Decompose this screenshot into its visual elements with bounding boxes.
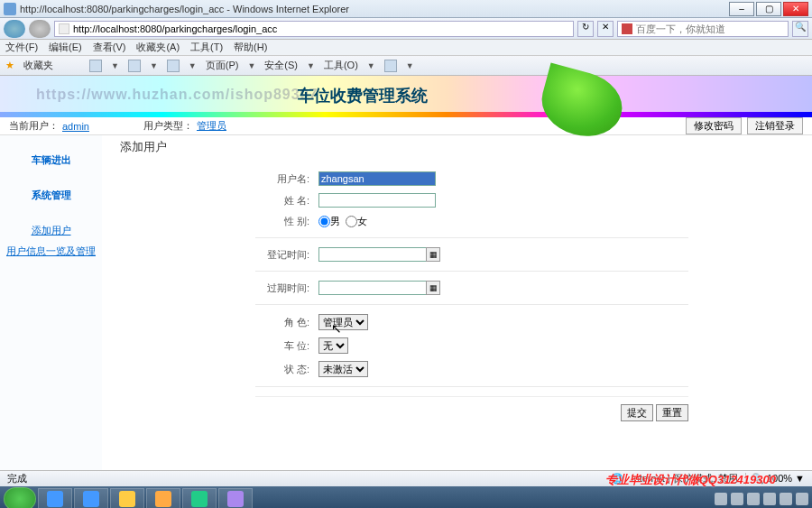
- mail-icon[interactable]: [167, 60, 180, 72]
- menu-bar: 文件(F) 编辑(E) 查看(V) 收藏夹(A) 工具(T) 帮助(H): [0, 40, 812, 56]
- sidebar-item-adduser[interactable]: 添加用户: [0, 224, 102, 237]
- form-area: 添加用户 用户名: 姓 名: 性 别: 男 女 登记: [102, 135, 812, 470]
- gender-label: 性 别:: [255, 215, 309, 228]
- search-provider-icon: [622, 23, 632, 34]
- status-text: 完成: [7, 472, 27, 485]
- search-box[interactable]: [617, 21, 789, 37]
- reset-button[interactable]: 重置: [656, 404, 688, 421]
- reg-calendar-icon[interactable]: ▦: [426, 247, 440, 262]
- ie-favicon-icon: [4, 3, 16, 15]
- sidebar-item-vehicle[interactable]: 车辆进出: [0, 153, 102, 167]
- gender-female-label: 女: [357, 215, 367, 228]
- status-select[interactable]: 未激活: [318, 361, 368, 377]
- sidebar: 车辆进出 系统管理 添加用户 用户信息一览及管理: [0, 135, 102, 470]
- address-bar[interactable]: [54, 21, 574, 37]
- favorites-label[interactable]: 收藏夹: [23, 59, 53, 72]
- current-user-link[interactable]: admin: [62, 121, 89, 132]
- gender-female-radio[interactable]: [346, 216, 357, 227]
- slot-label: 车 位:: [255, 339, 309, 353]
- reg-time-input[interactable]: [318, 247, 427, 262]
- tray-icon[interactable]: [731, 493, 743, 505]
- watermark-text: https://www.huzhan.com/ishop89397: [36, 87, 318, 103]
- window-titlebar: http://localhost:8080/parkingcharges/log…: [0, 0, 812, 18]
- tray-icon[interactable]: [715, 493, 727, 505]
- url-input[interactable]: [73, 23, 569, 34]
- info-bar: 当前用户： admin 用户类型： 管理员 修改密码 注销登录: [0, 117, 812, 135]
- slot-select[interactable]: 无: [318, 337, 348, 354]
- tray-icon[interactable]: [796, 493, 808, 505]
- window-title: http://localhost:8080/parkingcharges/log…: [20, 4, 729, 14]
- user-type-label: 用户类型：: [143, 119, 193, 133]
- taskbar-app-6[interactable]: [218, 488, 253, 508]
- browser-navbar: ↻ ✕ 🔍: [0, 18, 812, 40]
- close-button[interactable]: ✕: [783, 2, 808, 16]
- home-icon[interactable]: [89, 60, 102, 72]
- exp-calendar-icon[interactable]: ▦: [426, 281, 440, 295]
- role-label: 角 色:: [255, 316, 309, 329]
- app-title: 车位收费管理系统: [298, 85, 428, 106]
- form-title: 添加用户: [120, 139, 794, 155]
- maximize-button[interactable]: ▢: [756, 2, 781, 16]
- exp-time-label: 过期时间:: [255, 282, 309, 295]
- username-input[interactable]: [318, 171, 436, 186]
- minimize-button[interactable]: –: [729, 2, 754, 16]
- forward-button[interactable]: [29, 20, 51, 38]
- stop-button[interactable]: ✕: [597, 21, 614, 37]
- banner: https://www.huzhan.com/ishop89397 车位收费管理…: [0, 76, 812, 117]
- help-icon[interactable]: [384, 60, 397, 72]
- taskbar-app-2[interactable]: [74, 488, 108, 508]
- ad-overlay: 专业毕业设计代做QQ312419300: [605, 472, 776, 488]
- user-type-value: 管理员: [197, 119, 226, 133]
- feeds-icon[interactable]: [128, 60, 141, 72]
- role-select[interactable]: 管理员: [318, 314, 368, 330]
- favorites-star-icon[interactable]: ★: [5, 60, 14, 71]
- tray-icon[interactable]: [780, 493, 792, 505]
- page-menu[interactable]: 页面(P): [206, 59, 239, 72]
- gender-male-label: 男: [330, 215, 340, 228]
- name-input[interactable]: [318, 193, 436, 208]
- tray-icon[interactable]: [747, 493, 760, 505]
- name-label: 姓 名:: [255, 194, 309, 208]
- search-input[interactable]: [636, 23, 784, 34]
- refresh-button[interactable]: ↻: [577, 21, 594, 37]
- command-bar: ★ 收藏夹 ▼ ▼ ▼ 页面(P)▼ 安全(S)▼ 工具(O)▼ ▼: [0, 56, 812, 76]
- menu-edit[interactable]: 编辑(E): [49, 41, 82, 54]
- taskbar-app-1[interactable]: [38, 488, 72, 508]
- submit-button[interactable]: 提交: [621, 404, 653, 421]
- taskbar-app-3[interactable]: [110, 488, 144, 508]
- tools-menu[interactable]: 工具(O): [324, 59, 358, 72]
- change-password-button[interactable]: 修改密码: [686, 117, 742, 134]
- taskbar-app-5[interactable]: [182, 488, 217, 508]
- current-user-label: 当前用户：: [9, 119, 59, 133]
- taskbar: [0, 486, 812, 508]
- logout-button[interactable]: 注销登录: [747, 117, 803, 134]
- sidebar-item-usermgmt[interactable]: 用户信息一览及管理: [0, 245, 102, 258]
- username-label: 用户名:: [255, 172, 309, 186]
- exp-time-input[interactable]: [318, 281, 427, 295]
- menu-help[interactable]: 帮助(H): [234, 41, 267, 54]
- back-button[interactable]: [4, 20, 25, 38]
- tray-icon[interactable]: [763, 493, 776, 505]
- menu-favorites[interactable]: 收藏夹(A): [136, 41, 180, 54]
- sidebar-item-system[interactable]: 系统管理: [0, 189, 102, 202]
- start-button[interactable]: [4, 487, 36, 508]
- page-content: https://www.huzhan.com/ishop89397 车位收费管理…: [0, 76, 812, 470]
- gender-male-radio[interactable]: [318, 216, 330, 227]
- menu-tools[interactable]: 工具(T): [190, 41, 223, 54]
- system-tray[interactable]: [715, 493, 808, 505]
- menu-view[interactable]: 查看(V): [93, 41, 126, 54]
- safety-menu[interactable]: 安全(S): [264, 59, 298, 72]
- menu-file[interactable]: 文件(F): [5, 41, 38, 54]
- search-go-button[interactable]: 🔍: [792, 21, 808, 37]
- taskbar-app-4[interactable]: [146, 488, 180, 508]
- page-icon: [59, 23, 69, 34]
- reg-time-label: 登记时间:: [255, 248, 309, 262]
- status-label: 状 态:: [255, 363, 309, 376]
